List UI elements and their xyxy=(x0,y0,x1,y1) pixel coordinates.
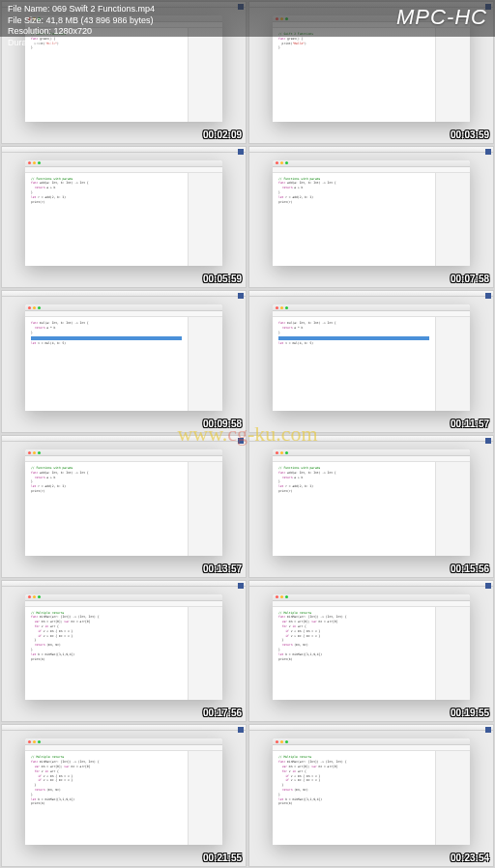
code-editor: // Functions with params func add(a: Int… xyxy=(273,462,435,556)
corner-icon xyxy=(485,727,491,733)
results-sidebar xyxy=(435,751,470,845)
code-editor: // Multiple returns func minMax(arr: [In… xyxy=(25,751,188,845)
editor-area: // Functions with params func add(a: Int… xyxy=(25,173,222,267)
editor-area: // Functions with params func add(a: Int… xyxy=(25,462,222,556)
code-editor: // Multiple returns func minMax(arr: [In… xyxy=(273,751,435,845)
editor-area: // Functions with params func add(a: Int… xyxy=(273,462,470,556)
minimize-icon xyxy=(280,161,283,164)
window-titlebar xyxy=(273,449,470,456)
player-logo: MPC-HC xyxy=(396,4,487,33)
close-icon xyxy=(276,306,278,309)
editor-area: // Swift 2 Functions func greet() { prin… xyxy=(273,28,470,122)
thumbnail[interactable]: func mul(a: Int, b: Int) -> Int { return… xyxy=(1,290,247,433)
xcode-window: // Functions with params func add(a: Int… xyxy=(25,449,222,556)
timestamp-label: 00:02:09 xyxy=(203,130,242,140)
xcode-window: // Functions with params func add(a: Int… xyxy=(273,449,470,556)
maximize-icon xyxy=(285,740,288,743)
code-editor: func mul(a: Int, b: Int) -> Int { return… xyxy=(25,317,188,411)
results-sidebar xyxy=(435,607,470,701)
results-sidebar xyxy=(188,607,222,701)
macos-menubar xyxy=(249,725,493,731)
timestamp-label: 00:13:57 xyxy=(203,564,242,574)
results-sidebar xyxy=(188,173,222,267)
window-titlebar xyxy=(273,594,470,601)
timestamp-label: 00:05:59 xyxy=(203,274,242,284)
corner-icon xyxy=(485,583,491,589)
window-titlebar xyxy=(273,160,470,167)
corner-icon xyxy=(238,727,244,733)
editor-area: // Multiple returns func minMax(arr: [In… xyxy=(273,607,470,701)
minimize-icon xyxy=(280,451,283,454)
macos-menubar xyxy=(2,725,246,731)
macos-menubar xyxy=(249,436,493,442)
timestamp-label: 00:07:58 xyxy=(451,274,489,284)
file-info-block: File Name: 069 Swift 2 Functions.mp4 Fil… xyxy=(8,4,155,33)
close-icon xyxy=(28,306,31,309)
thumbnail[interactable]: // Functions with params func add(a: Int… xyxy=(1,435,247,578)
timestamp-label: 00:11:57 xyxy=(451,419,489,429)
duration-row: Duration: 00:25:54 xyxy=(8,38,155,49)
macos-menubar xyxy=(2,436,246,442)
close-icon xyxy=(276,451,278,454)
maximize-icon xyxy=(38,740,41,743)
corner-icon xyxy=(238,583,244,589)
timestamp-label: 00:15:56 xyxy=(451,564,489,574)
close-icon xyxy=(28,595,31,598)
thumbnail[interactable]: // Multiple returns func minMax(arr: [In… xyxy=(1,580,247,723)
editor-area: func mul(a: Int, b: Int) -> Int { return… xyxy=(273,317,470,411)
macos-menubar xyxy=(249,291,493,297)
xcode-window: // Multiple returns func minMax(arr: [In… xyxy=(273,594,470,701)
corner-icon xyxy=(238,293,244,299)
maximize-icon xyxy=(285,451,288,454)
code-editor: // Functions with params func add(a: Int… xyxy=(25,173,188,267)
results-sidebar xyxy=(435,28,470,122)
thumbnail[interactable]: func mul(a: Int, b: Int) -> Int { return… xyxy=(248,290,494,433)
file-name-row: File Name: 069 Swift 2 Functions.mp4 xyxy=(8,4,155,15)
editor-area: // Multiple returns func minMax(arr: [In… xyxy=(273,751,470,845)
xcode-window: // Multiple returns func minMax(arr: [In… xyxy=(273,738,470,845)
maximize-icon xyxy=(38,161,41,164)
results-sidebar xyxy=(188,28,222,122)
thumbnail[interactable]: // Functions with params func add(a: Int… xyxy=(248,435,494,578)
editor-area: // Multiple returns func minMax(arr: [In… xyxy=(25,607,222,701)
macos-menubar xyxy=(249,147,493,153)
resolution-row: Resolution: 1280x720 xyxy=(8,26,155,38)
maximize-icon xyxy=(38,595,41,598)
window-titlebar xyxy=(25,304,222,311)
xcode-window: // Multiple returns func minMax(arr: [In… xyxy=(25,594,222,701)
corner-icon xyxy=(238,438,244,444)
results-sidebar xyxy=(435,317,470,411)
minimize-icon xyxy=(33,740,36,743)
minimize-icon xyxy=(33,451,36,454)
close-icon xyxy=(28,451,31,454)
xcode-window: func mul(a: Int, b: Int) -> Int { return… xyxy=(25,304,222,411)
thumbnail[interactable]: // Functions with params func add(a: Int… xyxy=(1,146,247,289)
macos-menubar xyxy=(2,291,246,297)
code-editor: // Multiple returns func minMax(arr: [In… xyxy=(25,607,188,701)
code-editor: // Functions with params func add(a: Int… xyxy=(25,462,188,556)
thumbnail[interactable]: // Multiple returns func minMax(arr: [In… xyxy=(248,580,494,723)
maximize-icon xyxy=(285,161,288,164)
thumbnail-grid: // Swift 2 Functions func greet() { prin… xyxy=(0,0,495,868)
close-icon xyxy=(276,161,278,164)
editor-area: func mul(a: Int, b: Int) -> Int { return… xyxy=(25,317,222,411)
thumbnail[interactable]: // Functions with params func add(a: Int… xyxy=(248,146,494,289)
results-sidebar xyxy=(188,462,222,556)
thumbnail[interactable]: // Multiple returns func minMax(arr: [In… xyxy=(1,724,247,867)
code-editor: // Swift 2 Functions func greet() { prin… xyxy=(273,28,435,122)
corner-icon xyxy=(238,149,244,155)
results-sidebar xyxy=(435,173,470,267)
close-icon xyxy=(276,595,278,598)
window-titlebar xyxy=(25,594,222,601)
xcode-window: func mul(a: Int, b: Int) -> Int { return… xyxy=(273,304,470,411)
xcode-window: // Functions with params func add(a: Int… xyxy=(25,160,222,267)
maximize-icon xyxy=(285,306,288,309)
window-titlebar xyxy=(25,738,222,745)
code-editor: // Functions with params func add(a: Int… xyxy=(273,173,435,267)
minimize-icon xyxy=(280,740,283,743)
corner-icon xyxy=(485,438,491,444)
minimize-icon xyxy=(33,595,36,598)
close-icon xyxy=(28,740,31,743)
corner-icon xyxy=(485,149,491,155)
thumbnail[interactable]: // Multiple returns func minMax(arr: [In… xyxy=(248,724,494,867)
